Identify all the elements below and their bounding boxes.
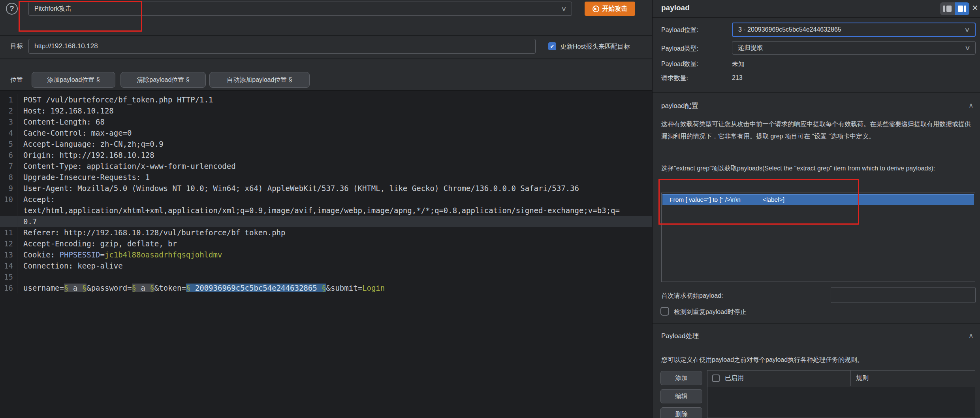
request-line: 8Upgrade-Insecure-Requests: 1 (0, 172, 652, 183)
request-line: 5Accept-Language: zh-CN,zh;q=0.9 (0, 138, 652, 149)
request-line-text: username=§ a §&password=§ a §&token=§ 20… (17, 282, 385, 293)
request-line-text: text/html,application/xhtml+xml,applicat… (17, 205, 620, 216)
help-icon[interactable]: ? (6, 3, 18, 15)
rules-enabled-checkbox[interactable] (712, 374, 720, 382)
divider (653, 323, 980, 324)
line-number: 15 (0, 271, 17, 282)
line-number: 8 (0, 172, 17, 183)
request-count-value: 213 (732, 74, 743, 81)
line-number: 9 (0, 183, 17, 194)
request-count-label: 请求数量: (661, 74, 688, 83)
line-number: 5 (0, 138, 17, 149)
layout-right-toggle-icon[interactable] (955, 2, 969, 15)
rule-delete-button[interactable]: 删除 (660, 407, 702, 418)
add-payload-position-button[interactable]: 添加payload位置 § (32, 72, 115, 88)
divider (653, 17, 980, 18)
request-line: 12Accept-Encoding: gzip, deflate, br (0, 238, 652, 249)
payload-position-dropdown[interactable]: 3 - 200936969c5c5bc54e244632865 ∨ (732, 23, 976, 37)
request-line: 16username=§ a §&password=§ a §&token=§ … (0, 282, 652, 293)
request-line: 4Cache-Control: max-age=0 (0, 127, 652, 138)
request-line-text: Accept-Language: zh-CN,zh;q=0.9 (17, 138, 164, 149)
stop-on-duplicate-label: 检测到重复payload时停止 (674, 308, 747, 316)
request-line: 7Content-Type: application/x-www-form-ur… (0, 161, 652, 172)
request-line-text (17, 271, 23, 282)
update-host-label: 更新Host报头来匹配目标 (560, 43, 630, 51)
play-icon: ▶ (593, 6, 599, 12)
auto-add-payload-position-button[interactable]: 自动添加payload位置 § (209, 72, 310, 88)
rules-col-rule: 规则 (856, 374, 869, 382)
payload-processing-header[interactable]: Payload处理 (661, 331, 699, 340)
line-number: 3 (0, 116, 17, 127)
attack-config-panel: ? Pitchfork攻击 ∨ ▶ 开始攻击 目标 http://192.168… (0, 0, 652, 91)
line-number: 14 (0, 260, 17, 271)
payload-type-label: Payload类型: (661, 45, 698, 53)
divider (0, 59, 652, 59)
request-line: 14Connection: keep-alive (0, 260, 652, 271)
request-line-text: 0.7 (17, 216, 37, 227)
line-number: 6 (0, 149, 17, 161)
divider (0, 35, 652, 36)
line-number: 16 (0, 282, 17, 293)
line-number: 13 (0, 249, 17, 260)
extract-grep-item-selected[interactable]: From [ value="] to [" />\n\n <label>] (662, 194, 974, 205)
request-line: 10Accept: (0, 194, 652, 205)
chevron-down-icon: ∨ (965, 44, 971, 51)
request-line-text: Cookie: PHPSESSID=jc1b4l88oasadrhfqsqjoh… (17, 249, 222, 260)
target-label: 目标 (10, 42, 23, 51)
column-divider (850, 371, 851, 386)
payload-config-header[interactable]: payload配置 (661, 101, 698, 110)
positions-label: 位置 (10, 76, 23, 84)
burp-intruder-window: ? Pitchfork攻击 ∨ ▶ 开始攻击 目标 http://192.168… (0, 0, 980, 418)
attack-type-dropdown[interactable]: Pitchfork攻击 ∨ (28, 2, 572, 16)
line-number: 11 (0, 227, 17, 238)
clear-payload-position-button[interactable]: 清除payload位置 § (120, 72, 206, 88)
target-url-input[interactable]: http://192.168.10.128 (28, 39, 536, 54)
request-line-text: Accept: (17, 194, 55, 205)
close-icon[interactable]: ✕ (972, 3, 978, 13)
rules-col-enabled: 已启用 (725, 374, 744, 382)
line-number (0, 205, 17, 216)
rule-add-button[interactable]: 添加 (660, 371, 702, 385)
layout-left-toggle-icon[interactable] (940, 2, 955, 15)
request-editor[interactable]: 1POST /vul/burteforce/bf_token.php HTTP/… (0, 91, 652, 418)
payload-count-label: Payload数量: (661, 60, 698, 68)
collapse-chevron-icon[interactable]: ∧ (969, 101, 973, 110)
payload-config-description: 这种有效载荷类型可让您从攻击中前一个请求的响应中提取每个有效载荷。在某些需要递归… (661, 118, 976, 142)
initial-payload-input[interactable] (831, 287, 976, 303)
line-number: 7 (0, 161, 17, 172)
request-line: 1POST /vul/burteforce/bf_token.php HTTP/… (0, 94, 652, 105)
request-line: 6Origin: http://192.168.10.128 (0, 149, 652, 161)
attack-type-value: Pitchfork攻击 (34, 5, 71, 13)
request-line-text: Upgrade-Insecure-Requests: 1 (17, 172, 150, 183)
extract-grep-list[interactable]: From [ value="] to [" />\n\n <label>] (661, 193, 975, 282)
chevron-down-icon: ∨ (561, 5, 567, 12)
line-number: 12 (0, 238, 17, 249)
payload-panel-title: payload (661, 4, 690, 12)
divider (653, 92, 980, 93)
payload-count-value: 未知 (732, 60, 745, 68)
request-line-text: Content-Type: application/x-www-form-url… (17, 161, 236, 172)
request-line: 2Host: 192.168.10.128 (0, 105, 652, 116)
initial-payload-label: 首次请求初始payload: (661, 292, 723, 300)
update-host-checkbox[interactable]: ✔ (548, 42, 556, 50)
collapse-chevron-icon[interactable]: ∧ (969, 331, 973, 340)
line-number: 2 (0, 105, 17, 116)
extract-grep-instruction: 选择"extract grep"项以获取payloads(Select the … (661, 162, 976, 174)
start-attack-button[interactable]: ▶ 开始攻击 (585, 2, 635, 16)
request-line-text: Referer: http://192.168.10.128/vul/burte… (17, 227, 285, 238)
line-number: 4 (0, 127, 17, 138)
request-line: 3Content-Length: 68 (0, 116, 652, 127)
request-line: text/html,application/xhtml+xml,applicat… (0, 205, 652, 216)
payload-panel: payload ✕ Payload位置: 3 - 200936969c5c5bc… (653, 0, 980, 418)
request-line: 15 (0, 271, 652, 282)
request-line-text: Accept-Encoding: gzip, deflate, br (17, 238, 177, 249)
request-line: 13Cookie: PHPSESSID=jc1b4l88oasadrhfqsqj… (0, 249, 652, 260)
stop-on-duplicate-checkbox[interactable] (660, 307, 669, 316)
payload-type-dropdown[interactable]: 递归提取 ∨ (732, 41, 976, 55)
request-line-text: Connection: keep-alive (17, 260, 123, 271)
request-line-text: Content-Length: 68 (17, 116, 105, 127)
processing-rules-table: 已启用 规则 (707, 370, 975, 418)
line-number: 10 (0, 194, 17, 205)
request-line: 0.7 (0, 216, 652, 227)
rule-edit-button[interactable]: 编辑 (660, 389, 702, 403)
